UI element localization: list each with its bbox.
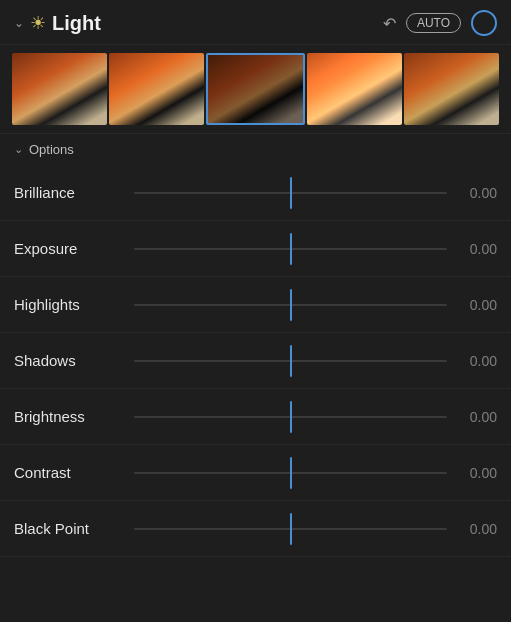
options-chevron-icon[interactable]: ⌄: [14, 143, 23, 156]
shadows-value: 0.00: [447, 353, 497, 369]
brightness-value: 0.00: [447, 409, 497, 425]
shadows-label: Shadows: [14, 352, 134, 369]
auto-button[interactable]: AUTO: [406, 13, 461, 33]
thumbnails-strip: [0, 45, 511, 134]
contrast-label: Contrast: [14, 464, 134, 481]
brilliance-value: 0.00: [447, 185, 497, 201]
shadows-track-area[interactable]: [134, 333, 447, 388]
thumbnail-3[interactable]: [206, 53, 305, 125]
mode-toggle-button[interactable]: [471, 10, 497, 36]
slider-row-highlights[interactable]: Highlights 0.00: [0, 277, 511, 333]
contrast-track-area[interactable]: [134, 445, 447, 500]
thumbnail-4-image: [307, 53, 402, 125]
slider-row-exposure[interactable]: Exposure 0.00: [0, 221, 511, 277]
brightness-label: Brightness: [14, 408, 134, 425]
contrast-value: 0.00: [447, 465, 497, 481]
brightness-track-area[interactable]: [134, 389, 447, 444]
highlights-track-area[interactable]: [134, 277, 447, 332]
thumbnail-2-image: [109, 53, 204, 125]
slider-row-black-point[interactable]: Black Point 0.00: [0, 501, 511, 557]
exposure-value: 0.00: [447, 241, 497, 257]
shadows-handle: [290, 345, 292, 377]
sliders-container: Brilliance 0.00 Exposure 0.00 Highlights…: [0, 161, 511, 622]
panel-header: ⌄ ☀ Light ↶ AUTO: [0, 0, 511, 45]
slider-row-brightness[interactable]: Brightness 0.00: [0, 389, 511, 445]
thumbnail-1[interactable]: [12, 53, 107, 125]
thumbnail-5[interactable]: [404, 53, 499, 125]
black-point-track-area[interactable]: [134, 501, 447, 556]
brilliance-label: Brilliance: [14, 184, 134, 201]
brightness-handle: [290, 401, 292, 433]
light-sun-icon: ☀: [30, 12, 46, 34]
black-point-value: 0.00: [447, 521, 497, 537]
exposure-label: Exposure: [14, 240, 134, 257]
collapse-chevron-icon[interactable]: ⌄: [14, 16, 24, 30]
slider-row-shadows[interactable]: Shadows 0.00: [0, 333, 511, 389]
thumbnail-1-image: [12, 53, 107, 125]
undo-icon[interactable]: ↶: [383, 14, 396, 33]
brilliance-track-area[interactable]: [134, 165, 447, 220]
contrast-handle: [290, 457, 292, 489]
light-panel: ⌄ ☀ Light ↶ AUTO ⌄ Options Brilliance: [0, 0, 511, 622]
thumbnail-3-image: [208, 55, 303, 123]
thumbnail-2[interactable]: [109, 53, 204, 125]
exposure-handle: [290, 233, 292, 265]
thumbnail-4[interactable]: [307, 53, 402, 125]
thumbnail-5-image: [404, 53, 499, 125]
panel-title: Light: [52, 12, 377, 35]
slider-row-brilliance[interactable]: Brilliance 0.00: [0, 165, 511, 221]
highlights-value: 0.00: [447, 297, 497, 313]
highlights-handle: [290, 289, 292, 321]
exposure-track-area[interactable]: [134, 221, 447, 276]
options-header: ⌄ Options: [0, 134, 511, 161]
brilliance-handle: [290, 177, 292, 209]
black-point-handle: [290, 513, 292, 545]
highlights-label: Highlights: [14, 296, 134, 313]
slider-row-contrast[interactable]: Contrast 0.00: [0, 445, 511, 501]
options-label: Options: [29, 142, 74, 157]
black-point-label: Black Point: [14, 520, 134, 537]
